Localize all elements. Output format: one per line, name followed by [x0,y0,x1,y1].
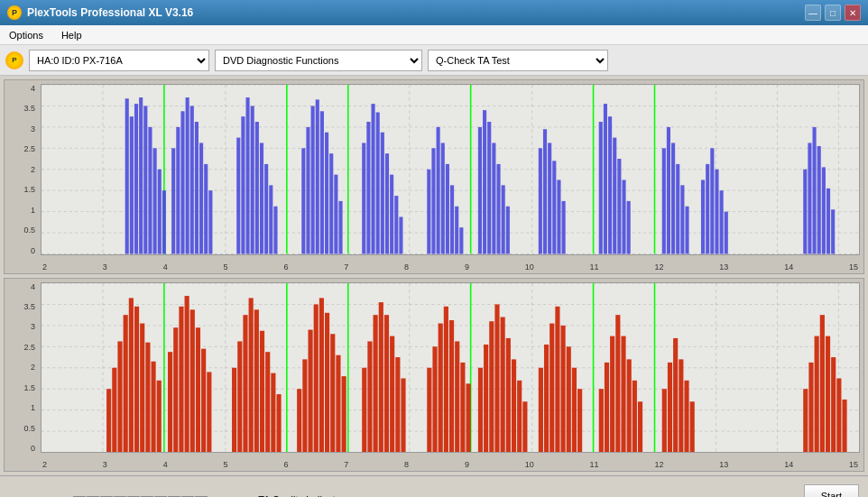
svg-rect-116 [817,146,821,254]
svg-rect-46 [236,138,240,254]
bottom-x-axis: 2 3 4 5 6 7 8 9 10 11 12 13 14 15 [41,460,860,469]
svg-rect-238 [842,399,846,452]
svg-rect-168 [243,315,247,452]
svg-rect-80 [459,227,463,253]
svg-rect-172 [265,352,270,452]
top-chart-svg [42,85,859,254]
svg-rect-53 [269,185,272,253]
svg-rect-49 [251,106,254,253]
test-select[interactable]: Q-Check TA Test [428,50,608,71]
toolbar: P HA:0 ID:0 PX-716A DVD Diagnostic Funct… [0,45,868,76]
svg-rect-226 [668,362,672,452]
maximize-button[interactable]: □ [825,5,841,21]
svg-rect-212 [555,306,559,452]
svg-rect-81 [478,127,482,254]
svg-rect-187 [379,302,383,452]
minimize-button[interactable]: — [805,5,821,21]
svg-rect-153 [134,306,139,452]
svg-rect-236 [831,357,836,452]
svg-rect-98 [617,159,621,253]
svg-rect-232 [808,362,813,452]
svg-rect-76 [441,143,445,253]
svg-rect-201 [484,344,488,452]
svg-rect-161 [185,296,189,452]
svg-rect-180 [325,312,329,452]
svg-rect-213 [561,325,566,452]
svg-rect-162 [190,309,195,452]
svg-rect-89 [543,129,547,253]
svg-rect-79 [455,207,458,254]
bottom-chart: 4 3.5 3 2.5 2 1.5 1 0.5 0 [4,278,864,473]
svg-rect-96 [608,116,612,253]
svg-rect-151 [124,315,128,452]
top-chart-area [41,84,860,255]
svg-rect-95 [604,104,607,253]
svg-rect-113 [803,170,807,254]
svg-rect-51 [260,143,263,253]
svg-rect-61 [329,153,333,253]
svg-rect-225 [662,389,667,452]
svg-rect-233 [815,336,819,452]
svg-rect-171 [260,330,264,452]
svg-rect-54 [273,207,277,254]
svg-rect-91 [552,161,556,253]
svg-rect-71 [394,196,398,253]
svg-rect-182 [336,354,340,452]
svg-rect-237 [836,378,841,452]
svg-rect-41 [190,106,194,253]
svg-rect-39 [180,111,184,253]
svg-rect-167 [237,341,242,452]
svg-rect-175 [297,389,301,452]
svg-rect-64 [362,143,365,253]
function-select[interactable]: DVD Diagnostic Functions [215,50,422,71]
close-button[interactable]: ✕ [845,5,861,21]
svg-rect-222 [627,359,632,452]
svg-rect-158 [168,352,172,452]
svg-rect-85 [496,164,500,254]
menu-bar: Options Help [0,25,868,45]
svg-rect-63 [338,201,342,254]
svg-rect-66 [371,104,374,253]
svg-rect-195 [444,306,448,452]
top-x-axis: 2 3 4 5 6 7 8 9 10 11 12 13 14 15 [41,262,860,272]
bottom-chart-svg [42,283,859,453]
svg-rect-192 [427,367,431,452]
svg-rect-114 [808,143,811,253]
svg-rect-165 [207,372,211,452]
svg-rect-202 [489,321,494,452]
svg-rect-119 [831,209,835,253]
svg-rect-148 [106,389,111,452]
svg-rect-234 [820,315,825,452]
svg-rect-216 [577,389,582,452]
svg-rect-78 [450,185,454,253]
start-button[interactable]: Start [804,484,859,498]
svg-rect-82 [483,110,486,253]
svg-rect-43 [199,143,203,253]
svg-rect-50 [255,122,259,253]
svg-rect-235 [826,336,830,452]
svg-rect-101 [662,148,666,253]
bottom-chart-area [41,282,860,454]
menu-options[interactable]: Options [5,28,47,42]
drive-select[interactable]: HA:0 ID:0 PX-716A [29,50,209,71]
svg-rect-62 [334,175,337,254]
svg-rect-219 [610,336,614,452]
svg-rect-112 [725,212,728,254]
menu-help[interactable]: Help [58,28,86,42]
svg-rect-87 [506,207,510,254]
svg-rect-211 [549,323,554,452]
svg-rect-118 [826,189,830,254]
svg-rect-65 [366,122,370,253]
svg-rect-109 [710,148,714,253]
svg-rect-176 [302,359,307,452]
bottom-right: Start i [804,484,859,498]
title-bar: P PlexTools Professional XL V3.16 — □ ✕ [0,0,868,25]
svg-rect-57 [311,106,315,253]
title-left: P PlexTools Professional XL V3.16 [7,5,193,20]
top-chart: 4 3.5 3 2.5 2 1.5 1 0.5 0 [4,79,864,274]
main-content: 4 3.5 3 2.5 2 1.5 1 0.5 0 [0,76,868,475]
svg-rect-100 [627,201,631,254]
svg-rect-108 [706,164,709,254]
svg-rect-35 [158,170,162,254]
svg-rect-36 [162,190,166,253]
